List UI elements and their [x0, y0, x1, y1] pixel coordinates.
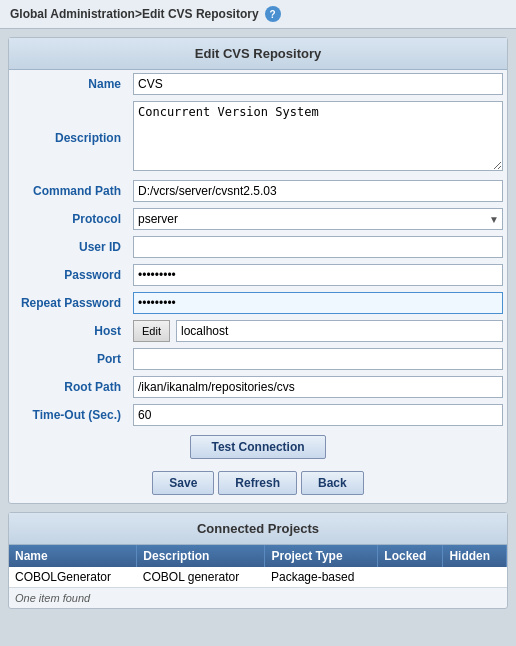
protocol-cell: pserver ext local ssh ▼ — [129, 205, 507, 233]
repeat-password-input[interactable] — [133, 292, 503, 314]
name-cell — [129, 70, 507, 98]
command-path-row: Command Path — [9, 177, 507, 205]
name-input[interactable] — [133, 73, 503, 95]
host-cell: Edit — [129, 317, 507, 345]
row-locked — [378, 567, 443, 588]
connected-projects-table: Name Description Project Type Locked Hid… — [9, 545, 507, 588]
row-project-type: Package-based — [265, 567, 378, 588]
command-path-input[interactable] — [133, 180, 503, 202]
protocol-select[interactable]: pserver ext local ssh — [133, 208, 503, 230]
back-button[interactable]: Back — [301, 471, 364, 495]
table-row: COBOLGenerator COBOL generator Package-b… — [9, 567, 507, 588]
timeout-row: Time-Out (Sec.) — [9, 401, 507, 429]
protocol-row: Protocol pserver ext local ssh ▼ — [9, 205, 507, 233]
form-table: Name Description Concurrent Version Syst… — [9, 70, 507, 429]
port-label: Port — [9, 345, 129, 373]
userid-cell — [129, 233, 507, 261]
command-path-cell — [129, 177, 507, 205]
repeat-password-cell — [129, 289, 507, 317]
action-buttons: Save Refresh Back — [9, 467, 507, 503]
name-label: Name — [9, 70, 129, 98]
protocol-label: Protocol — [9, 205, 129, 233]
timeout-input[interactable] — [133, 404, 503, 426]
description-cell: Concurrent Version System — [129, 98, 507, 177]
host-row: Host Edit — [9, 317, 507, 345]
description-label: Description — [9, 98, 129, 177]
userid-label: User ID — [9, 233, 129, 261]
timeout-label: Time-Out (Sec.) — [9, 401, 129, 429]
repeat-password-row: Repeat Password — [9, 289, 507, 317]
connected-projects-panel: Connected Projects Name Description Proj… — [8, 512, 508, 609]
col-header-hidden: Hidden — [443, 545, 507, 567]
col-header-locked: Locked — [378, 545, 443, 567]
password-cell — [129, 261, 507, 289]
breadcrumb-bar: Global Administration>Edit CVS Repositor… — [0, 0, 516, 29]
connected-projects-title: Connected Projects — [9, 513, 507, 545]
name-row: Name — [9, 70, 507, 98]
userid-row: User ID — [9, 233, 507, 261]
root-path-cell — [129, 373, 507, 401]
help-icon[interactable]: ? — [265, 6, 281, 22]
table-header-row: Name Description Project Type Locked Hid… — [9, 545, 507, 567]
root-path-label: Root Path — [9, 373, 129, 401]
row-hidden — [443, 567, 507, 588]
root-path-row: Root Path — [9, 373, 507, 401]
port-cell — [129, 345, 507, 373]
password-row: Password — [9, 261, 507, 289]
test-connection-button[interactable]: Test Connection — [190, 435, 325, 459]
password-label: Password — [9, 261, 129, 289]
command-path-label: Command Path — [9, 177, 129, 205]
row-description: COBOL generator — [137, 567, 265, 588]
refresh-button[interactable]: Refresh — [218, 471, 297, 495]
item-count: One item found — [9, 588, 507, 608]
edit-button[interactable]: Edit — [133, 320, 170, 342]
password-input[interactable] — [133, 264, 503, 286]
panel-title: Edit CVS Repository — [9, 38, 507, 70]
host-input[interactable] — [176, 320, 503, 342]
root-path-input[interactable] — [133, 376, 503, 398]
repeat-password-label: Repeat Password — [9, 289, 129, 317]
save-button[interactable]: Save — [152, 471, 214, 495]
breadcrumb: Global Administration>Edit CVS Repositor… — [10, 7, 259, 21]
description-row: Description Concurrent Version System — [9, 98, 507, 177]
row-name: COBOLGenerator — [9, 567, 137, 588]
port-input[interactable] — [133, 348, 503, 370]
userid-input[interactable] — [133, 236, 503, 258]
edit-cvs-panel: Edit CVS Repository Name Description Con… — [8, 37, 508, 504]
col-header-description: Description — [137, 545, 265, 567]
port-row: Port — [9, 345, 507, 373]
col-header-name: Name — [9, 545, 137, 567]
description-textarea[interactable]: Concurrent Version System — [133, 101, 503, 171]
test-connection-row: Test Connection — [9, 429, 507, 467]
protocol-select-wrapper: pserver ext local ssh ▼ — [133, 208, 503, 230]
host-row-wrapper: Edit — [133, 320, 503, 342]
host-label: Host — [9, 317, 129, 345]
timeout-cell — [129, 401, 507, 429]
col-header-project-type: Project Type — [265, 545, 378, 567]
